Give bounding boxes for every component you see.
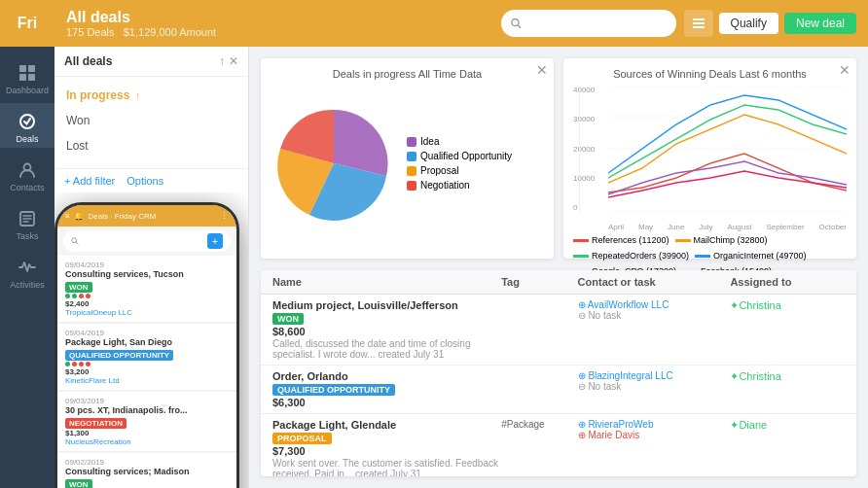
charts-row: Deals in progress All Time Data ✕ xyxy=(249,47,868,270)
deal-date: 09/04/2019 xyxy=(65,329,229,337)
line-legend-label: RepeatedOrders (39900) xyxy=(592,251,689,261)
line-legend-label: References (11200) xyxy=(592,235,669,245)
td-name: Order, Orlando QUALIFIED OPPORTUNITY $6,… xyxy=(272,370,501,408)
line-legend-label: OrganicInternet (49700) xyxy=(713,251,807,261)
search-box xyxy=(501,10,676,37)
phone-add-button[interactable]: + xyxy=(207,233,223,249)
deal-stage-badge: PROPOSAL xyxy=(272,433,332,444)
contact-link[interactable]: ⊕ AvailWorkflow LLC xyxy=(578,299,669,310)
deal-stage-badge: QUALIFIED OPPORTUNITY xyxy=(272,384,395,396)
status-dot xyxy=(72,294,77,298)
filter-lost[interactable]: Lost xyxy=(54,133,248,158)
sidebar-item-tasks[interactable]: Tasks xyxy=(0,200,54,245)
svg-rect-1 xyxy=(28,65,35,72)
deal-name: Order, Orlando xyxy=(272,370,501,382)
task-label: ⊖ No task xyxy=(578,381,731,392)
assigned-name: ✦Christina xyxy=(730,370,780,382)
pie-chart-close[interactable]: ✕ xyxy=(536,62,548,78)
phone-deal-item[interactable]: 09/02/2019 Consulting services; Madison … xyxy=(57,453,236,488)
legend-dot xyxy=(407,166,416,176)
legend-dot xyxy=(407,137,416,147)
phone-deal-item[interactable]: 09/04/2019 Consulting services, Tucson W… xyxy=(57,256,236,323)
new-deal-button[interactable]: New deal xyxy=(784,13,856,34)
th-tag: Tag xyxy=(501,276,577,288)
table-row[interactable]: Order, Orlando QUALIFIED OPPORTUNITY $6,… xyxy=(261,366,856,414)
search-input[interactable] xyxy=(526,17,666,29)
sidebar-item-dashboard[interactable]: Dashboard xyxy=(0,54,54,99)
deal-name: Package Light, San Diego xyxy=(65,337,229,347)
td-contact: ⊕ RivieraProWeb ⊕ Marie Davis xyxy=(578,419,731,440)
contact-link[interactable]: ⊕ BlazingIntegral LLC xyxy=(578,370,673,381)
search-icon xyxy=(511,17,522,29)
line-chart-svg xyxy=(608,86,847,212)
legend-label: Qualified Opportunity xyxy=(420,151,512,161)
main-content: All deals 175 Deals $1,129,000 Amount Qu… xyxy=(54,0,868,488)
td-name: Package Light, Glendale PROPOSAL $7,300 … xyxy=(272,419,501,476)
pie-legend-item: Negotiation xyxy=(407,180,512,191)
legend-dot xyxy=(407,181,416,191)
sidebar-item-label: Contacts xyxy=(10,183,45,192)
sidebar-item-activities[interactable]: Activities xyxy=(0,249,54,294)
td-assigned: ✦Christina xyxy=(730,370,845,383)
sidebar-item-contacts[interactable]: Contacts xyxy=(0,152,54,196)
pie-legend: IdeaQualified OpportunityProposalNegotia… xyxy=(407,136,512,191)
filter-in-progress[interactable]: In progress ↑ xyxy=(54,83,248,108)
table-row[interactable]: Package Light, Glendale PROPOSAL $7,300 … xyxy=(261,414,856,476)
line-legend-item: OrganicInternet (49700) xyxy=(695,251,807,261)
page-title: All deals xyxy=(66,9,216,26)
sidebar-item-deals[interactable]: Deals xyxy=(0,103,54,148)
phone-deal-item[interactable]: 09/04/2019 Package Light, San Diego QUAL… xyxy=(57,324,236,391)
status-dot xyxy=(65,362,70,366)
table-row[interactable]: Medium project, Louisville/Jefferson WON… xyxy=(261,295,856,366)
qualify-button[interactable]: Qualify xyxy=(719,13,778,34)
td-name: Medium project, Louisville/Jefferson WON… xyxy=(272,299,501,360)
contact-link[interactable]: ⊕ RivieraProWeb xyxy=(578,419,654,430)
sidebar-item-label: Dashboard xyxy=(6,86,49,95)
task-label: ⊕ Marie Davis xyxy=(578,430,731,440)
deal-amount: $2,400 xyxy=(65,299,229,308)
legend-label: Proposal xyxy=(420,165,458,176)
phone-search-icon xyxy=(71,237,79,245)
deal-amount: $8,600 xyxy=(272,326,501,337)
deal-amount: $1,300 xyxy=(65,429,229,437)
topbar-title-block: All deals 175 Deals $1,129,000 Amount xyxy=(66,9,216,38)
status-dot xyxy=(65,294,70,298)
deal-company: KineticFlare Ltd xyxy=(65,376,229,385)
phone-topbar: ≡ 🔔 Deals · Friday CRM ⋮ xyxy=(57,205,236,227)
phone-menu-icon[interactable]: ⋮ xyxy=(220,211,229,221)
deal-amount: $6,300 xyxy=(272,397,501,408)
phone-deal-item[interactable]: 09/03/2019 30 pcs. XT, Indianapolis. fro… xyxy=(57,392,236,452)
filter-actions: + Add filter Options xyxy=(54,168,248,192)
topbar-actions: Qualify New deal xyxy=(684,10,856,37)
table-header: Name Tag Contact or task Assigned to xyxy=(261,270,856,295)
tasks-icon xyxy=(17,208,38,229)
deal-description: Work sent over. The customer is satisfie… xyxy=(272,458,501,476)
th-contact: Contact or task xyxy=(578,276,731,288)
list-view-icon xyxy=(692,17,705,30)
deal-stage: NEGOTIATION xyxy=(65,418,127,429)
topbar: All deals 175 Deals $1,129,000 Amount Qu… xyxy=(54,0,868,47)
deals-count: 175 Deals xyxy=(66,26,115,38)
deal-description: Called, discussed the date and time of c… xyxy=(272,338,501,360)
options-button[interactable]: Options xyxy=(127,175,163,187)
deals-table: Name Tag Contact or task Assigned to Med… xyxy=(261,270,856,476)
view-toggle-button[interactable] xyxy=(684,10,713,37)
deal-stage: QUALIFIED OPPORTUNITY xyxy=(65,350,173,361)
line-legend-color xyxy=(573,239,589,242)
filter-won[interactable]: Won xyxy=(54,108,248,133)
pie-legend-item: Proposal xyxy=(407,165,512,176)
svg-line-13 xyxy=(76,242,78,244)
pie-chart-card: Deals in progress All Time Data ✕ xyxy=(261,58,554,259)
status-dots xyxy=(65,294,229,298)
close-panel-icon[interactable]: ✕ xyxy=(229,54,238,68)
sort-icon[interactable]: ↑ xyxy=(219,54,225,68)
th-assigned: Assigned to xyxy=(730,276,845,288)
contacts-icon xyxy=(17,159,38,181)
line-chart-close[interactable]: ✕ xyxy=(839,62,850,78)
filter-label: Lost xyxy=(66,139,89,153)
td-assigned: ✦Diane xyxy=(730,419,845,432)
status-dot xyxy=(79,362,84,366)
add-filter-button[interactable]: + Add filter xyxy=(64,175,115,187)
left-panel-header: All deals ↑ ✕ xyxy=(54,47,248,77)
activities-icon xyxy=(17,257,38,278)
